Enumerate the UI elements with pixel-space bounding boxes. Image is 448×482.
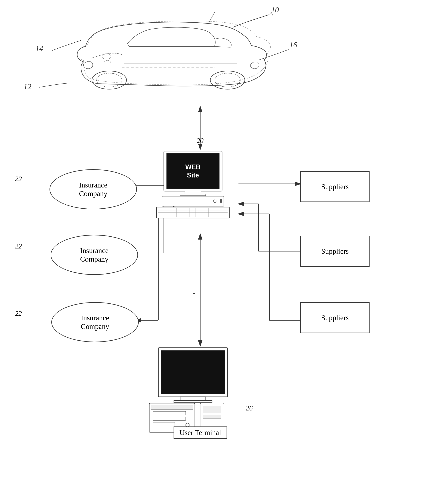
user-terminal-label: User Terminal xyxy=(174,426,227,439)
svg-point-6 xyxy=(102,54,111,59)
ref-22c-label: 22 xyxy=(15,309,22,317)
insurance-company-2: Insurance Company xyxy=(51,235,138,275)
svg-line-7 xyxy=(209,12,215,22)
insurance-company-1: Insurance Company xyxy=(49,169,137,209)
svg-point-3 xyxy=(96,73,122,87)
svg-rect-29 xyxy=(185,191,201,194)
ref-22b-label: 22 xyxy=(15,242,22,250)
svg-text:Site: Site xyxy=(187,171,199,179)
user-terminal: User Terminal xyxy=(144,346,257,437)
ref-14-label: 14 xyxy=(35,44,43,53)
svg-rect-51 xyxy=(174,401,212,403)
svg-text:-: - xyxy=(193,289,195,296)
svg-text:WEB: WEB xyxy=(185,163,201,171)
svg-rect-49 xyxy=(161,350,225,394)
svg-point-4 xyxy=(210,71,245,89)
svg-rect-26 xyxy=(167,153,219,189)
svg-rect-59 xyxy=(203,406,221,413)
svg-rect-31 xyxy=(162,196,224,206)
svg-rect-55 xyxy=(153,417,186,420)
svg-rect-54 xyxy=(153,411,186,415)
insurance-company-3: Insurance Company xyxy=(51,302,139,342)
diagram-container: 10 14 12 16 xyxy=(0,0,448,482)
ref-22a-label: 22 xyxy=(15,175,22,183)
suppliers-3: Suppliers xyxy=(300,302,369,333)
svg-rect-56 xyxy=(153,422,175,427)
ref-16-label: 16 xyxy=(289,40,297,49)
svg-rect-60 xyxy=(203,415,221,419)
svg-rect-30 xyxy=(180,194,206,196)
svg-point-2 xyxy=(92,71,127,89)
ref-20-label: 20 xyxy=(197,137,204,145)
ref-12-label: 12 xyxy=(24,82,31,91)
suppliers-2: Suppliers xyxy=(300,236,369,267)
suppliers-1: Suppliers xyxy=(300,171,369,202)
car-illustration xyxy=(77,12,271,89)
svg-rect-33 xyxy=(220,199,222,203)
svg-point-5 xyxy=(215,73,240,87)
svg-rect-50 xyxy=(180,397,206,401)
web-computer: WEB Site xyxy=(153,149,248,240)
ref-10-label: 10 xyxy=(271,6,279,14)
svg-rect-53 xyxy=(151,405,193,410)
